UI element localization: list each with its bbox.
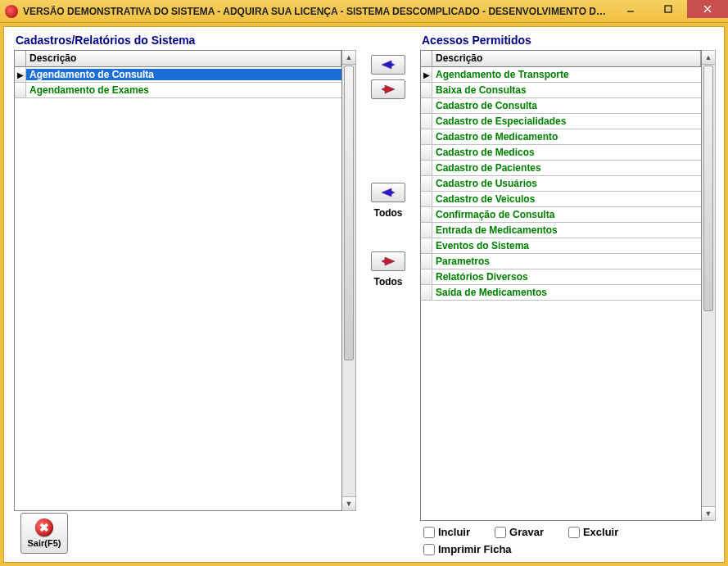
table-row[interactable]: Baixa de Consultas	[421, 83, 701, 98]
row-label: Parametros	[432, 256, 701, 267]
window-title: VERSÃO DEMONSTRATIVA DO SISTEMA - ADQUIR…	[23, 6, 612, 17]
table-row[interactable]: Cadastro de Usuários	[421, 176, 701, 192]
scroll-thumb[interactable]	[344, 66, 354, 360]
row-indicator: ▶	[15, 67, 26, 82]
table-row[interactable]: ▶Agendamento de Consulta	[15, 67, 341, 83]
table-row[interactable]: Eventos do Sistema	[421, 238, 701, 254]
check-gravar-label: Gravar	[509, 526, 544, 538]
svg-marker-6	[382, 188, 395, 197]
app-window: VERSÃO DEMONSTRATIVA DO SISTEMA - ADQUIR…	[0, 0, 728, 566]
row-label: Cadastro de Veiculos	[432, 193, 701, 205]
row-label: Cadastro de Medicos	[432, 147, 701, 158]
svg-marker-7	[382, 257, 395, 265]
right-grid-header: Descrição	[421, 51, 701, 67]
row-indicator	[421, 129, 432, 144]
row-label: Entrada de Medicamentos	[432, 224, 701, 236]
table-row[interactable]: Cadastro de Veiculos	[421, 192, 701, 207]
minimize-button[interactable]	[612, 0, 649, 18]
row-indicator	[421, 223, 432, 238]
check-gravar[interactable]: Gravar	[495, 526, 544, 538]
row-indicator	[421, 254, 432, 269]
exit-icon: ✖	[35, 518, 53, 537]
move-all-left-button[interactable]	[371, 251, 405, 271]
table-row[interactable]: Confirmação de Consulta	[421, 207, 701, 223]
move-left-button[interactable]	[371, 79, 405, 99]
right-grid-body[interactable]: ▶Agendamento de TransporteBaixa de Consu…	[421, 67, 701, 301]
table-row[interactable]: Saída de Medicamentos	[421, 285, 701, 301]
left-grid[interactable]: Descrição ▶Agendamento de ConsultaAgenda…	[14, 50, 342, 511]
row-indicator	[15, 83, 26, 97]
table-row[interactable]: Entrada de Medicamentos	[421, 223, 701, 238]
scroll-down-button[interactable]: ▼	[342, 496, 355, 510]
table-row[interactable]: Relatórios Diversos	[421, 269, 701, 285]
row-indicator: ▶	[421, 67, 432, 82]
exit-button-label: Sair(F5)	[28, 538, 61, 548]
table-row[interactable]: Cadastro de Consulta	[421, 98, 701, 114]
row-label: Agendamento de Consulta	[26, 69, 341, 80]
row-label: Confirmação de Consulta	[432, 209, 701, 220]
row-label: Cadastro de Consulta	[432, 100, 701, 111]
row-indicator	[421, 269, 432, 284]
check-imprimir-box[interactable]	[423, 544, 435, 555]
scroll-up-button[interactable]: ▲	[342, 51, 355, 65]
right-scrollbar[interactable]: ▲ ▼	[702, 50, 716, 521]
left-grid-header-indicator	[15, 51, 26, 67]
left-grid-body[interactable]: ▶Agendamento de ConsultaAgendamento de E…	[15, 67, 341, 98]
left-scrollbar[interactable]: ▲ ▼	[342, 50, 356, 511]
app-icon	[5, 5, 18, 18]
arrow-right-icon	[380, 59, 396, 70]
check-incluir-box[interactable]	[423, 527, 435, 538]
svg-rect-1	[665, 6, 671, 12]
row-label: Cadastro de Usuários	[432, 178, 701, 189]
scroll-thumb[interactable]	[703, 66, 713, 311]
move-right-button[interactable]	[371, 55, 405, 75]
row-label: Agendamento de Transporte	[432, 69, 701, 80]
check-incluir-label: Incluir	[438, 526, 470, 538]
close-button[interactable]	[687, 0, 728, 18]
row-label: Baixa de Consultas	[432, 84, 701, 96]
check-gravar-box[interactable]	[495, 527, 506, 538]
left-grid-wrap: Descrição ▶Agendamento de ConsultaAgenda…	[14, 50, 356, 511]
check-excluir[interactable]: Excluir	[568, 526, 618, 538]
row-indicator	[421, 238, 432, 253]
check-imprimir[interactable]: Imprimir Ficha	[423, 543, 512, 555]
scroll-up-button[interactable]: ▲	[702, 51, 715, 65]
right-panel: Acessos Permitidos Descrição ▶Agendament…	[417, 30, 721, 559]
row-label: Cadastro de Medicamento	[432, 131, 701, 143]
right-grid[interactable]: Descrição ▶Agendamento de TransporteBaix…	[420, 50, 702, 521]
close-icon	[703, 4, 712, 14]
left-panel: Cadastros/Relatórios do Sistema Descriçã…	[7, 30, 359, 559]
scroll-down-button[interactable]: ▼	[702, 506, 715, 520]
right-grid-header-indicator	[421, 51, 432, 67]
table-row[interactable]: Agendamento de Exames	[15, 83, 341, 98]
right-panel-title: Acessos Permitidos	[422, 34, 716, 47]
row-indicator	[421, 114, 432, 129]
table-row[interactable]: Cadastro de Medicamento	[421, 129, 701, 145]
row-label: Cadastro de Pacientes	[432, 162, 701, 174]
arrow-left-icon	[380, 256, 396, 267]
move-all-right-button[interactable]	[371, 183, 405, 202]
check-incluir[interactable]: Incluir	[423, 526, 470, 538]
table-row[interactable]: Cadastro de Especialidades	[421, 114, 701, 129]
left-grid-header-desc[interactable]: Descrição	[26, 51, 341, 67]
exit-button[interactable]: ✖ Sair(F5)	[20, 513, 68, 554]
table-row[interactable]: Cadastro de Pacientes	[421, 161, 701, 176]
table-row[interactable]: Parametros	[421, 254, 701, 269]
move-all-right-label: Todos	[373, 207, 402, 219]
right-grid-header-desc[interactable]: Descrição	[432, 51, 701, 67]
row-label: Saída de Medicamentos	[432, 287, 701, 298]
maximize-button[interactable]	[649, 0, 687, 18]
row-label: Cadastro de Especialidades	[432, 115, 701, 127]
row-indicator	[421, 145, 432, 160]
row-indicator	[421, 176, 432, 191]
row-label: Agendamento de Exames	[26, 84, 341, 96]
table-row[interactable]: ▶Agendamento de Transporte	[421, 67, 701, 83]
client-area: Cadastros/Relatórios do Sistema Descriçã…	[3, 26, 725, 563]
svg-marker-4	[382, 61, 395, 69]
table-row[interactable]: Cadastro de Medicos	[421, 145, 701, 161]
columns: Cadastros/Relatórios do Sistema Descriçã…	[7, 30, 721, 559]
row-indicator	[421, 83, 432, 97]
check-excluir-box[interactable]	[568, 527, 580, 538]
arrow-left-icon	[380, 84, 396, 95]
titlebar: VERSÃO DEMONSTRATIVA DO SISTEMA - ADQUIR…	[0, 0, 728, 23]
